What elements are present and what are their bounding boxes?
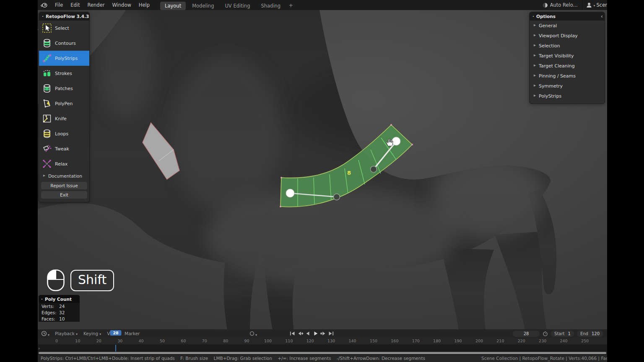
transport-prev-keyframe[interactable] [297,331,304,336]
tool-patches[interactable]: Patches [39,81,89,96]
options-item-general[interactable]: General [530,21,605,31]
transport-jump-end[interactable] [327,331,334,336]
options-item-target-cleaning[interactable]: Target Cleaning [530,61,605,71]
ruler-tick-70: 70 [202,339,207,343]
auto-reload-indicator[interactable]: Auto Relo... [543,2,582,8]
tool-icon [42,129,52,139]
timeline-menu-playback[interactable]: Playback [52,331,80,336]
top-menu-bar: FileEditRenderWindowHelp LayoutModelingU… [38,0,607,10]
ruler-tick-20: 20 [96,339,101,343]
tool-relax[interactable]: Relax [39,156,89,171]
timeline-menu-marker[interactable]: Marker [122,331,144,336]
menu-render[interactable]: Render [84,0,109,10]
tool-strokes[interactable]: Strokes [39,66,89,81]
options-panel-header[interactable]: Options ‹ [530,12,605,21]
options-item-polystrips[interactable]: PolyStrips [530,91,605,101]
report-issue-button[interactable]: Report Issue [41,181,88,190]
scene-canvas: 8 [38,10,607,329]
scene-caret-icon [594,2,595,8]
tool-icon [42,23,52,33]
tool-icon [42,83,52,93]
ruler-tick-0: 0 [55,339,58,343]
documentation-expander[interactable]: Documentation [39,171,89,181]
workspace-tab-layout[interactable]: Layout [160,2,186,10]
mouse-lmb-icon [47,269,65,292]
ruler-tick-30: 30 [117,339,122,343]
tool-select[interactable]: Select [39,21,89,36]
auto-reload-icon [543,3,548,8]
viewport-3d[interactable]: › [38,10,607,329]
strip-end-handle-left[interactable] [286,189,294,197]
tool-loops[interactable]: Loops [39,126,89,141]
workspace-tab-modeling[interactable]: Modeling [187,2,218,10]
ruler-tick-200: 200 [475,339,483,343]
current-frame-field[interactable]: 28 [513,331,540,337]
options-item-symmetry[interactable]: Symmetry [530,81,605,91]
keying-caret-icon [255,330,257,338]
workspace-tabs: LayoutModelingUV EditingShading [160,0,285,10]
options-item-target-visibility[interactable]: Target Visibility [530,51,605,61]
timeline-menu-keying[interactable]: Keying [80,331,104,336]
channel-expand-icon[interactable]: › [38,346,40,351]
timeline-clock-icon [41,331,47,336]
exit-button[interactable]: Exit [41,191,88,199]
frame-start-field[interactable]: Start 1 [551,331,574,337]
ruler-tick-220: 220 [518,339,525,343]
tool-label: Strokes [55,71,72,76]
blender-window: FileEditRenderWindowHelp LayoutModelingU… [38,0,607,362]
options-panel: Options ‹ General Viewport Display Selec… [529,12,605,104]
tool-knife[interactable]: Knife [39,111,89,126]
ruler-tick-80: 80 [223,339,228,343]
ruler-tick-40: 40 [139,339,144,343]
ruler-tick-230: 230 [539,339,546,343]
poly-count-header[interactable]: Poly Count [39,295,80,303]
strip-inner-handle-2[interactable] [371,166,377,173]
editor-type-button[interactable] [38,330,52,338]
tool-tweak[interactable]: Tweak [39,141,89,156]
strip-inner-handle-1[interactable] [334,194,340,200]
tool-polypen[interactable]: PolyPen [39,96,89,111]
tool-contours[interactable]: Contours [39,36,89,51]
poly-count-edges: Edges: 32 [39,309,80,315]
tool-label: Knife [55,116,67,122]
input-hint: Shift [47,269,114,292]
workspace-tab-uv-editing[interactable]: UV Editing [220,2,254,10]
tool-label: Relax [55,161,68,167]
transport-play-reverse[interactable] [304,331,312,336]
ruler-tick-10: 10 [75,339,80,343]
transport-jump-start[interactable] [289,331,296,336]
strip-end-handle-right[interactable] [392,137,400,145]
ruler-tick-120: 120 [306,339,314,343]
timeline-scrollbar-thumb[interactable] [39,352,606,354]
options-item-viewport-display[interactable]: Viewport Display [530,31,605,41]
menu-edit[interactable]: Edit [67,0,83,10]
menu-window[interactable]: Window [108,0,135,10]
ruler-tick-90: 90 [244,339,249,343]
options-item-pinning-seams[interactable]: Pinning / Seams [530,71,605,81]
status-bar: PolyStrips: Ctrl+LMB/Ctrl+LMB+Double: In… [38,354,607,362]
frame-end-field[interactable]: End 120 [577,331,603,337]
tool-panel-header[interactable]: RetopoFlow 3.4.3 [39,12,89,21]
editor-type-caret-icon [48,330,49,338]
options-item-selection[interactable]: Selection [530,41,605,51]
transport-play[interactable] [312,331,319,336]
timeline-scrollbar[interactable] [38,352,607,354]
ruler-tick-100: 100 [264,339,272,343]
record-circle-icon [249,331,254,336]
transport-next-keyframe[interactable] [319,331,327,336]
ruler-tick-170: 170 [412,339,420,343]
scene-selector[interactable]: Scer [586,2,607,8]
menu-file[interactable]: File [51,0,67,10]
tool-icon [42,68,52,78]
panel-collapse-icon[interactable]: ‹ [601,13,603,19]
add-workspace-button[interactable]: + [285,2,296,8]
menu-help[interactable]: Help [135,0,153,10]
auto-keying-toggle[interactable] [249,330,257,338]
ruler-tick-150: 150 [370,339,377,343]
timeline-channels[interactable]: › [38,345,607,352]
workspace-tab-shading[interactable]: Shading [256,2,285,10]
timeline-ruler[interactable]: 0 10 20 30 40 50 60 70 80 90 100 11 [38,338,607,345]
tool-polystrips[interactable]: PolyStrips [39,51,89,66]
playhead-badge[interactable]: 28 [110,330,121,336]
tool-label: PolyStrips [55,56,78,61]
